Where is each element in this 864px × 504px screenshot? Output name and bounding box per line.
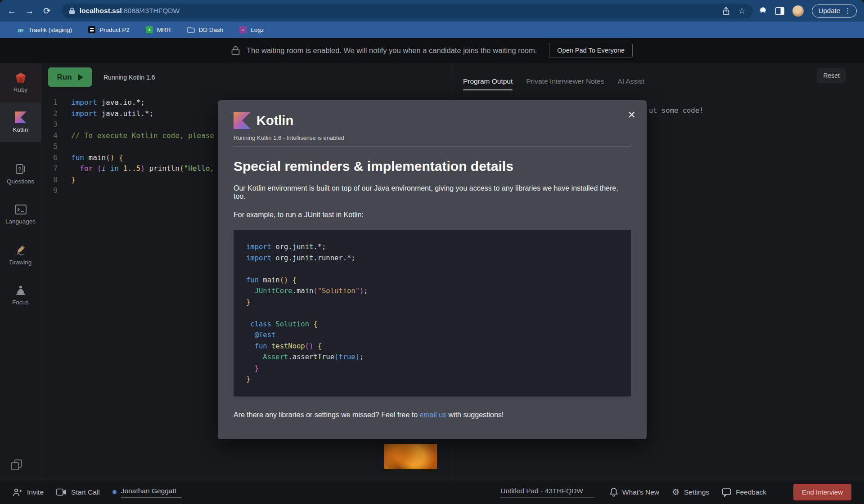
tab-private-interviewer-notes[interactable]: Private Interviewer Notes bbox=[526, 77, 604, 90]
browser-menu-icon[interactable]: ⋮ bbox=[844, 7, 851, 15]
forward-icon[interactable]: → bbox=[25, 6, 34, 15]
feedback-label: Feedback bbox=[736, 488, 766, 496]
start-call-button[interactable]: Start Call bbox=[56, 488, 100, 496]
end-interview-button[interactable]: End Interview bbox=[793, 484, 851, 500]
sidebar-item-focus[interactable]: Focus bbox=[0, 275, 41, 316]
lock-icon bbox=[231, 45, 240, 55]
copy-pages-icon[interactable] bbox=[10, 458, 23, 472]
modal-paragraph-1: Our Kotlin environment is built on top o… bbox=[234, 184, 631, 201]
tab-program-output[interactable]: Program Output bbox=[463, 77, 513, 90]
bell-icon bbox=[610, 487, 618, 497]
waiting-room-message: The waiting room is enabled. We will not… bbox=[247, 46, 537, 55]
active-tab-underline bbox=[463, 89, 513, 90]
modal-footer: Are there any libraries or settings we m… bbox=[234, 411, 631, 419]
footer-text: with suggestions! bbox=[446, 411, 504, 419]
address-bar[interactable]: localhost.ssl:8088/43THFQDW ☆ bbox=[62, 4, 753, 18]
sidebar-item-ruby[interactable]: Ruby bbox=[0, 63, 41, 103]
bookmark-dd-dash[interactable]: DD Dash bbox=[187, 27, 224, 33]
tab-label: AI Assist bbox=[617, 77, 644, 85]
update-button[interactable]: Update ⋮ bbox=[812, 4, 857, 18]
url-host: localhost.ssl bbox=[80, 7, 122, 15]
sidebar-item-kotlin[interactable]: Kotlin bbox=[0, 103, 41, 142]
status-bar: Invite Start Call Jonathan Geggatt Untit… bbox=[0, 480, 864, 504]
user-name: Jonathan Geggatt bbox=[121, 487, 182, 498]
modal-title: Kotlin bbox=[256, 113, 293, 128]
url-path: :8088/43THFQDW bbox=[122, 7, 180, 15]
bookmark-label: MRR bbox=[157, 27, 171, 33]
waiting-room-banner: The waiting room is enabled. We will not… bbox=[0, 38, 864, 63]
traefik-icon: æ bbox=[17, 26, 24, 33]
email-us-link[interactable]: email us bbox=[420, 411, 447, 419]
whats-new-button[interactable]: What's New bbox=[610, 487, 659, 497]
editor-toolbar: Run Running Kotlin 1.6 bbox=[41, 63, 453, 87]
sidebar-item-label: Questions bbox=[7, 178, 34, 185]
modal-heading: Special reminders & implementation detai… bbox=[234, 159, 631, 174]
kotlin-logo-icon bbox=[234, 112, 251, 129]
extensions-puzzle-icon[interactable] bbox=[759, 7, 768, 15]
question-card-icon: ? bbox=[15, 163, 27, 175]
terminal-icon bbox=[14, 204, 27, 215]
run-button[interactable]: Run bbox=[48, 67, 92, 87]
whats-new-label: What's New bbox=[622, 488, 659, 496]
side-panel-icon[interactable] bbox=[775, 7, 784, 15]
bookmark-label: DD Dash bbox=[199, 27, 224, 33]
kotlin-info-modal: ✕ Kotlin Running Kotlin 1.6 - Intellisen… bbox=[218, 100, 647, 439]
sidebar-item-languages[interactable]: Languages bbox=[0, 194, 41, 235]
sidebar-item-label: Languages bbox=[5, 218, 36, 225]
pencil-icon bbox=[15, 244, 27, 256]
run-label: Run bbox=[57, 73, 72, 82]
sidebar-item-label: Kotlin bbox=[13, 126, 28, 133]
gear-icon: ⚙ bbox=[672, 488, 680, 496]
bookmark-product-p2[interactable]: Product P2 bbox=[88, 26, 130, 33]
open-pad-to-everyone-button[interactable]: Open Pad To Everyone bbox=[549, 43, 633, 58]
modal-divider bbox=[234, 147, 631, 147]
ruby-gem-icon bbox=[15, 72, 27, 83]
invite-label: Invite bbox=[27, 488, 44, 496]
bookmark-star-icon[interactable]: ☆ bbox=[738, 6, 745, 16]
browser-chrome: ← → ⟳ localhost.ssl:8088/43THFQDW ☆ Upda… bbox=[0, 0, 864, 22]
svg-text:?: ? bbox=[18, 166, 21, 173]
line-number-gutter: 123456789 bbox=[41, 97, 71, 196]
footer-text: Are there any libraries or settings we m… bbox=[234, 411, 420, 419]
settings-button[interactable]: ⚙ Settings bbox=[672, 488, 709, 496]
profile-avatar[interactable] bbox=[792, 5, 804, 17]
start-call-label: Start Call bbox=[71, 488, 100, 496]
feedback-button[interactable]: Feedback bbox=[722, 488, 766, 497]
app-window: ← → ⟳ localhost.ssl:8088/43THFQDW ☆ Upda… bbox=[0, 0, 864, 504]
reset-button[interactable]: Reset bbox=[817, 68, 846, 83]
orange-animal-photo bbox=[384, 444, 437, 469]
bookmark-label: Logz bbox=[251, 27, 264, 33]
reload-icon[interactable]: ⟳ bbox=[43, 6, 51, 15]
play-icon bbox=[78, 74, 83, 80]
tab-label: Program Output bbox=[463, 77, 513, 85]
logz-icon: :: bbox=[239, 26, 247, 33]
modal-header: Kotlin bbox=[234, 100, 631, 129]
back-icon[interactable]: ← bbox=[7, 6, 16, 15]
video-camera-icon bbox=[56, 488, 67, 496]
sidebar-item-label: Ruby bbox=[14, 86, 28, 93]
sidebar-item-drawing[interactable]: Drawing bbox=[0, 235, 41, 275]
presence-user[interactable]: Jonathan Geggatt bbox=[112, 487, 182, 498]
invite-person-icon bbox=[13, 488, 22, 497]
product-p2-icon bbox=[88, 26, 95, 33]
mrr-icon: + bbox=[146, 26, 153, 33]
sidebar-gap bbox=[0, 142, 41, 154]
editor-status-text: Running Kotlin 1.6 bbox=[104, 74, 155, 81]
tab-ai-assist[interactable]: AI Assist bbox=[617, 77, 644, 90]
bookmark-logz[interactable]: :: Logz bbox=[239, 26, 264, 33]
bookmark-mrr[interactable]: + MRR bbox=[146, 26, 171, 33]
modal-paragraph-2: For example, to run a JUnit test in Kotl… bbox=[234, 211, 631, 219]
bookmark-traefik[interactable]: æ Traefik (staging) bbox=[17, 26, 72, 33]
modal-subtitle: Running Kotlin 1.6 - Intellisense is ena… bbox=[234, 134, 631, 141]
sidebar-item-label: Drawing bbox=[9, 259, 32, 266]
program-output-text: ut some code! bbox=[649, 107, 703, 115]
close-icon[interactable]: ✕ bbox=[628, 110, 636, 120]
share-icon[interactable] bbox=[722, 7, 730, 15]
bookmark-label: Product P2 bbox=[99, 27, 130, 33]
invite-button[interactable]: Invite bbox=[13, 488, 44, 497]
chrome-actions: Update ⋮ bbox=[759, 4, 857, 18]
pad-title-input[interactable]: Untitled Pad - 43THFQDW bbox=[500, 487, 594, 498]
settings-label: Settings bbox=[684, 488, 709, 496]
lock-icon bbox=[69, 7, 75, 14]
sidebar-item-questions[interactable]: ? Questions bbox=[0, 154, 41, 194]
